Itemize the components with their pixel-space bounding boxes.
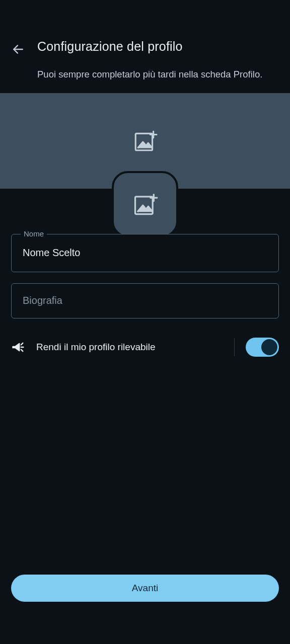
svg-line-7 (21, 343, 23, 345)
svg-line-9 (21, 350, 23, 352)
discoverable-label: Rendi il mio profilo rilevabile (36, 342, 223, 353)
page-subtitle: Puoi sempre completarlo più tardi nella … (37, 68, 279, 81)
add-image-icon (132, 128, 158, 153)
switch-knob (261, 339, 277, 355)
avatar-upload-button[interactable] (112, 171, 178, 237)
add-image-icon (132, 191, 158, 217)
name-field-label: Nome (21, 229, 47, 238)
megaphone-icon (11, 340, 25, 354)
name-input[interactable] (23, 247, 267, 259)
page-title: Configurazione del profilo (37, 39, 279, 54)
next-button[interactable]: Avanti (11, 575, 279, 602)
back-button[interactable] (11, 42, 25, 56)
vertical-divider (234, 338, 235, 356)
bio-field-wrap (11, 283, 279, 318)
bio-input[interactable] (23, 295, 267, 306)
name-field-wrap: Nome (11, 234, 279, 272)
discoverable-toggle[interactable] (246, 338, 279, 357)
arrow-left-icon (12, 43, 25, 56)
